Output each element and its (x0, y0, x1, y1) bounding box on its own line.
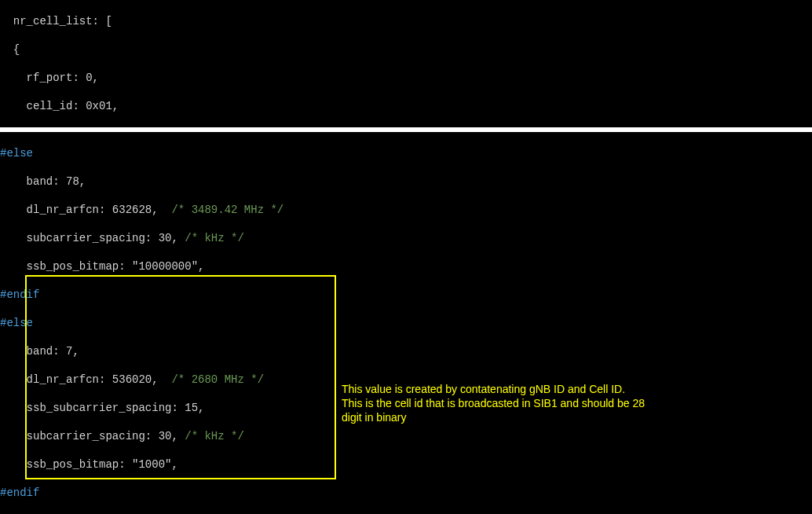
code-line: dl_nr_arfcn: 632628, /* 3489.42 MHz */ (0, 203, 812, 217)
code-line: nr_cell_list: [ (0, 14, 812, 28)
code-line: ssb_pos_bitmap: "1000", (0, 457, 812, 472)
code-comment: /* 3489.42 MHz */ (171, 204, 283, 216)
code-line: subcarrier_spacing: 30, /* kHz */ (0, 231, 812, 245)
annotation-line: This is the cell id that is broadcasted … (342, 396, 645, 410)
code-text: dl_nr_arfcn: 632628, (0, 204, 171, 216)
code-line: rf_port: 0, (0, 71, 812, 85)
code-text: subcarrier_spacing: 30, (0, 430, 185, 442)
code-line: band: 7, (0, 344, 812, 358)
code-line: subcarrier_spacing: 30, /* kHz */ (0, 429, 812, 443)
preprocessor-else: #else (0, 146, 812, 160)
annotation-line: digit in binary (342, 410, 645, 424)
annotation-line: This value is created by contatenating g… (342, 382, 645, 396)
code-line: ssb_pos_bitmap: "10000000", (0, 259, 812, 274)
code-line: { (0, 42, 812, 57)
code-comment: /* 2680 MHz */ (171, 373, 264, 386)
code-line: cell_id: 0x01, (0, 99, 812, 113)
code-comment: /* kHz */ (185, 232, 244, 244)
code-line: band: 78, (0, 174, 812, 189)
code-comment: /* kHz */ (185, 430, 244, 442)
code-block-main: #else band: 78, dl_nr_arfcn: 632628, /* … (0, 132, 812, 514)
code-text: dl_nr_arfcn: 536020, (0, 373, 171, 386)
code-text: subcarrier_spacing: 30, (0, 232, 185, 244)
annotation-text: This value is created by contatenating g… (342, 382, 645, 424)
preprocessor-else: #else (0, 316, 812, 330)
preprocessor-endif: #endif (0, 486, 812, 500)
code-block-top: nr_cell_list: [ { rf_port: 0, cell_id: 0… (0, 0, 812, 127)
preprocessor-endif: #endif (0, 288, 812, 302)
